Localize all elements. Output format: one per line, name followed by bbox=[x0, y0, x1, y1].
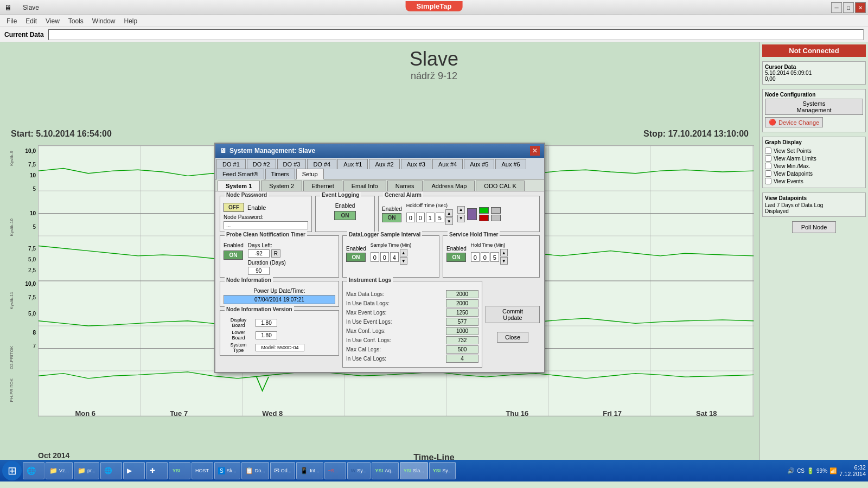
modal-title-bar: 🖥 System Management: Slave ✕ bbox=[215, 144, 544, 158]
sh-digit-1: 0 bbox=[481, 252, 489, 262]
service-hold-title: Service Hold Timer bbox=[448, 232, 500, 237]
tab-aux1[interactable]: Aux #1 bbox=[337, 159, 368, 169]
general-alarm-status: Enabled bbox=[382, 206, 402, 212]
probe-clean-toggle[interactable]: ON bbox=[224, 251, 243, 260]
sh-spin-down[interactable]: ▼ bbox=[500, 257, 508, 265]
instrument-logs-column: Instrument Logs Max Data Logs: 2000 In U… bbox=[342, 281, 540, 368]
modal-sub-tab-bar: System 1 System 2 Ethernet Email Info Na… bbox=[215, 179, 544, 191]
log-row-5: In Use Conf. Logs: 732 bbox=[346, 336, 478, 344]
alarm-spin-down[interactable]: ▼ bbox=[445, 217, 453, 225]
probe-clean-enabled: Enabled bbox=[224, 242, 244, 248]
log-row-0: Max Data Logs: 2000 bbox=[346, 290, 478, 298]
top-sections-row: Node Password OFF Enable Node Password: … bbox=[220, 196, 540, 232]
service-hold-toggle[interactable]: ON bbox=[446, 253, 466, 262]
probe-reset-button[interactable]: R bbox=[271, 249, 280, 258]
sh-spin-up[interactable]: ▲ bbox=[500, 249, 508, 256]
datalogger-status: Enabled bbox=[346, 246, 366, 252]
node-password-toggle[interactable]: OFF bbox=[224, 203, 244, 212]
sub-tab-system2[interactable]: System 2 bbox=[261, 181, 302, 191]
commit-update-button[interactable]: Commit Update bbox=[486, 306, 540, 323]
log-label-6: Max Cal Logs: bbox=[346, 346, 411, 352]
datalogger-sample-label: Sample Time (Min) bbox=[371, 242, 412, 248]
general-alarm-title: General Alarm bbox=[383, 192, 423, 198]
node-password-value[interactable]: ... bbox=[224, 221, 308, 229]
tab-do4[interactable]: DO #4 bbox=[307, 159, 336, 169]
event-logging-status: Enabled bbox=[319, 203, 371, 209]
tab-aux2[interactable]: Aux #2 bbox=[369, 159, 399, 169]
log-label-3: In Use Event Logs: bbox=[346, 319, 411, 325]
power-up-label: Power Up Date/Time: bbox=[224, 288, 335, 294]
menu-help[interactable]: Help bbox=[120, 16, 142, 26]
log-value-0: 2000 bbox=[446, 290, 478, 298]
tab-do3[interactable]: DO #3 bbox=[277, 159, 307, 169]
minimize-button[interactable]: ─ bbox=[831, 2, 842, 13]
general-alarm-content: Enabled ON HoldOff Time (Sec) 0 0 1 bbox=[382, 198, 536, 225]
node-info-column: Node Information Power Up Date/Time: 07/… bbox=[220, 281, 339, 368]
menu-tools[interactable]: Tools bbox=[64, 16, 88, 26]
general-alarm-toggle[interactable]: ON bbox=[382, 213, 401, 222]
node-password-section: Node Password OFF Enable Node Password: … bbox=[220, 196, 312, 232]
alarm-color-gray-top bbox=[491, 207, 501, 214]
log-value-7: 4 bbox=[446, 355, 478, 363]
sh-digit-2: 5 bbox=[490, 252, 499, 262]
title-controls: ─ □ ✕ bbox=[831, 2, 866, 13]
close-dialog-button[interactable]: Close bbox=[497, 332, 528, 343]
tab-do1[interactable]: DO #1 bbox=[216, 159, 246, 169]
close-window-button[interactable]: ✕ bbox=[855, 2, 866, 13]
log-value-1: 2000 bbox=[446, 299, 478, 307]
sub-tab-address-map[interactable]: Address Map bbox=[424, 181, 475, 191]
modal-tab-bar: DO #1 DO #2 DO #3 DO #4 Aux #1 Aux #2 Au… bbox=[215, 158, 544, 179]
tab-setup[interactable]: Setup bbox=[296, 169, 324, 179]
node-password-content: OFF Enable Node Password: ... bbox=[224, 198, 308, 229]
menu-file[interactable]: File bbox=[2, 16, 21, 26]
datalogger-toggle[interactable]: ON bbox=[346, 253, 366, 262]
datalogger-title: DataLogger Sample Interval bbox=[347, 232, 422, 237]
node-info-section: Node Information Power Up Date/Time: 07/… bbox=[220, 281, 339, 307]
dl-digit-1: 0 bbox=[380, 252, 389, 262]
alarm-digit-0: 0 bbox=[406, 213, 415, 222]
event-logging-toggle[interactable]: ON bbox=[334, 211, 356, 220]
tab-aux3[interactable]: Aux #3 bbox=[401, 159, 431, 169]
tab-timers[interactable]: Timers bbox=[265, 169, 295, 179]
service-hold-content: Enabled ON Hold Time (Min) 0 0 5 bbox=[446, 238, 536, 265]
menu-window[interactable]: Window bbox=[88, 16, 120, 26]
node-password-label: Node Password: ... bbox=[224, 214, 308, 229]
alarm-up2[interactable]: ▲ bbox=[457, 206, 465, 214]
tab-aux6[interactable]: Aux #6 bbox=[495, 159, 526, 169]
alarm-color-purple bbox=[467, 208, 477, 220]
log-value-5: 732 bbox=[446, 336, 478, 344]
toolbar-label: Current Data bbox=[4, 31, 44, 38]
general-alarm-section: General Alarm Enabled ON HoldOff Time (S… bbox=[378, 196, 540, 232]
system-type-label: SystemType bbox=[224, 342, 253, 353]
modal-content: Node Password OFF Enable Node Password: … bbox=[215, 191, 544, 372]
probe-days-left-label: Days Left: bbox=[248, 242, 272, 248]
node-password-enable: Enable bbox=[247, 204, 266, 211]
menu-edit[interactable]: Edit bbox=[21, 16, 41, 26]
sub-tab-odo-cal-k[interactable]: ODO CAL K bbox=[476, 181, 525, 191]
log-value-2: 1250 bbox=[446, 309, 478, 317]
tab-aux5[interactable]: Aux #5 bbox=[464, 159, 494, 169]
sub-tab-email-info[interactable]: Email Info bbox=[343, 181, 386, 191]
node-info-version-content: DisplayBoard 1.80 LowerBoard 1.80 System… bbox=[224, 313, 335, 353]
sub-tab-system1[interactable]: System 1 bbox=[218, 181, 260, 191]
log-row-6: Max Cal Logs: 500 bbox=[346, 345, 478, 354]
menu-view[interactable]: View bbox=[41, 16, 64, 26]
event-logging-title: Event Logging bbox=[320, 192, 361, 198]
bottom-sections-row: Node Information Power Up Date/Time: 07/… bbox=[220, 281, 540, 368]
alarm-down2[interactable]: ▼ bbox=[457, 215, 465, 222]
modal-close-button[interactable]: ✕ bbox=[530, 146, 540, 156]
modal-title: System Management: Slave bbox=[229, 147, 315, 155]
sub-tab-names[interactable]: Names bbox=[387, 181, 423, 191]
maximize-button[interactable]: □ bbox=[843, 2, 854, 13]
modal-overlay: 🖥 System Management: Slave ✕ DO #1 DO #2… bbox=[0, 42, 868, 481]
tab-do2[interactable]: DO #2 bbox=[247, 159, 276, 169]
dl-spin-down[interactable]: ▼ bbox=[400, 257, 407, 265]
tab-aux4[interactable]: Aux #4 bbox=[432, 159, 463, 169]
probe-days-left-value: -92 bbox=[248, 249, 270, 258]
sub-tab-ethernet[interactable]: Ethernet bbox=[303, 181, 342, 191]
dl-digit-0: 0 bbox=[371, 252, 379, 262]
tab-feed-smart[interactable]: Feed Smart® bbox=[216, 169, 264, 179]
dl-spin-up[interactable]: ▲ bbox=[400, 249, 407, 256]
event-logging-section: Event Logging Enabled ON bbox=[315, 196, 375, 232]
alarm-spin-up[interactable]: ▲ bbox=[445, 209, 453, 217]
